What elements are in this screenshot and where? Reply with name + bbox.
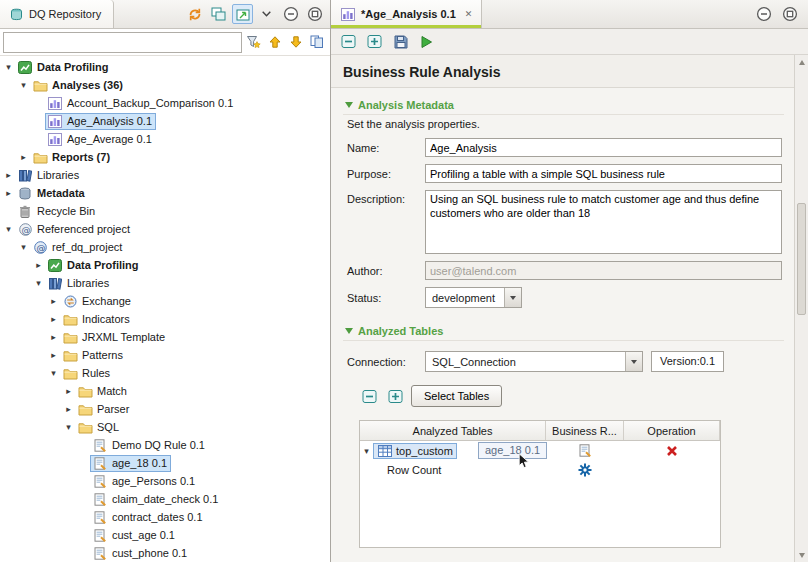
name-label: Name: [347, 142, 421, 154]
link-with-editor-icon[interactable] [232, 4, 253, 24]
expand-twistie[interactable]: ▸ [47, 350, 60, 360]
minimize-view-icon[interactable] [280, 4, 301, 24]
expand-twistie[interactable]: ▸ [47, 314, 60, 324]
collapse-twistie[interactable]: ▾ [2, 224, 15, 234]
repository-filter-input[interactable] [3, 32, 242, 53]
filter-icon[interactable] [244, 32, 264, 52]
description-field[interactable]: Using an SQL business rule to match cust… [425, 190, 782, 254]
tree-item-contract-dates-0-1[interactable]: contract_dates 0.1 [0, 508, 330, 526]
move-down-icon[interactable] [286, 32, 306, 52]
column-header-analyzed-tables[interactable]: Analyzed Tables [360, 421, 546, 440]
save-icon[interactable] [390, 32, 411, 52]
close-editor-icon[interactable]: ✕ [465, 9, 473, 19]
tree-item-age-18-0-1[interactable]: age_18 0.1 [0, 454, 330, 472]
tree-item-label: Exchange [82, 295, 131, 307]
collapse-all-icon[interactable] [208, 4, 229, 24]
collapse-twistie[interactable]: ▾ [32, 278, 45, 288]
editor-scrollbar[interactable] [794, 55, 808, 562]
tree-item-rules[interactable]: ▾Rules [0, 364, 330, 382]
expand-tables-icon[interactable] [385, 386, 406, 406]
table-row[interactable]: Row Count [360, 460, 720, 479]
column-header-operation[interactable]: Operation [624, 421, 720, 440]
tree-item-libraries[interactable]: ▾Libraries [0, 274, 330, 292]
expand-twistie[interactable]: ▸ [62, 404, 75, 414]
column-header-business-rule[interactable]: Business R... [546, 421, 624, 440]
switch-view-icon[interactable] [307, 32, 327, 52]
tree-item-reports-7[interactable]: ▸Reports (7) [0, 148, 330, 166]
collapse-twistie[interactable]: ▾ [2, 62, 15, 72]
maximize-editor-icon[interactable] [779, 4, 800, 24]
tree-item-indicators[interactable]: ▸Indicators [0, 310, 330, 328]
ref-project-icon: @ [17, 222, 33, 236]
tab-dq-repository[interactable]: DQ Repository [0, 0, 114, 28]
tree-item-cust-phone-0-1[interactable]: cust_phone 0.1 [0, 544, 330, 562]
tree-item-sql[interactable]: ▾SQL [0, 418, 330, 436]
expand-twistie[interactable]: ▸ [62, 386, 75, 396]
tree-item-match[interactable]: ▸Match [0, 382, 330, 400]
tree-item-ref-dq-project[interactable]: ▾@ref_dq_project [0, 238, 330, 256]
tree-item-cust-age-0-1[interactable]: cust_age 0.1 [0, 526, 330, 544]
collapse-tables-icon[interactable] [359, 386, 380, 406]
collapse-twistie[interactable]: ▾ [360, 446, 373, 456]
scroll-up-icon[interactable] [795, 56, 808, 68]
delete-icon[interactable] [664, 444, 680, 458]
section-title: Analysis Metadata [358, 99, 454, 111]
tree-item-patterns[interactable]: ▸Patterns [0, 346, 330, 364]
move-up-icon[interactable] [265, 32, 285, 52]
gear-icon[interactable] [577, 463, 593, 477]
tree-item-data-profiling[interactable]: ▸Data Profiling [0, 256, 330, 274]
tree-item-data-profiling[interactable]: ▾Data Profiling [0, 58, 330, 76]
collapse-sections-icon[interactable] [338, 32, 359, 52]
tab-age-analysis-editor[interactable]: *Age_Analysis 0.1 ✕ [331, 0, 482, 28]
collapse-twistie[interactable]: ▾ [62, 422, 75, 432]
analysis-metadata-section-header[interactable]: Analysis Metadata [343, 96, 784, 115]
select-tables-button[interactable]: Select Tables [411, 385, 502, 407]
description-label: Description: [347, 190, 421, 205]
tree-item-analyses-36[interactable]: ▾Analyses (36) [0, 76, 330, 94]
status-label: Status: [347, 292, 421, 304]
expand-twistie[interactable]: ▸ [32, 260, 45, 270]
collapse-twistie[interactable]: ▾ [47, 368, 60, 378]
tree-item-demo-dq-rule-0-1[interactable]: Demo DQ Rule 0.1 [0, 436, 330, 454]
tree-item-parser[interactable]: ▸Parser [0, 400, 330, 418]
status-dropdown[interactable]: development [425, 287, 522, 308]
chevron-down-icon[interactable] [625, 352, 642, 371]
tree-item-age-persons-0-1[interactable]: age_Persons 0.1 [0, 472, 330, 490]
scroll-down-icon[interactable] [795, 549, 808, 561]
minimize-editor-icon[interactable] [753, 4, 774, 24]
tree-item-box: SQL [75, 419, 123, 436]
scrollbar-thumb[interactable] [797, 203, 806, 315]
tree-item-claim-date-check-0-1[interactable]: claim_date_check 0.1 [0, 490, 330, 508]
maximize-view-icon[interactable] [304, 4, 325, 24]
collapse-twistie[interactable]: ▾ [17, 80, 30, 90]
expand-twistie[interactable]: ▸ [2, 188, 15, 198]
analyzed-tables-section-header[interactable]: Analyzed Tables [343, 322, 784, 341]
tree-item-recycle-bin[interactable]: Recycle Bin [0, 202, 330, 220]
collapse-twistie[interactable]: ▾ [17, 242, 30, 252]
tree-item-account-backup-comparison-0-1[interactable]: Account_Backup_Comparison 0.1 [0, 94, 330, 112]
name-field[interactable] [425, 138, 782, 157]
chevron-down-icon[interactable] [504, 288, 521, 307]
tree-item-libraries[interactable]: ▸Libraries [0, 166, 330, 184]
selected-table-item[interactable]: top_custom [373, 443, 457, 459]
expand-twistie[interactable]: ▸ [47, 296, 60, 306]
tree-item-label: Data Profiling [67, 259, 139, 271]
tree-item-age-analysis-0-1[interactable]: Age_Analysis 0.1 [0, 112, 330, 130]
tree-item-referenced-project[interactable]: ▾@Referenced project [0, 220, 330, 238]
expand-twistie[interactable]: ▸ [2, 170, 15, 180]
refresh-icon[interactable] [184, 4, 205, 24]
expand-twistie[interactable]: ▸ [47, 332, 60, 342]
purpose-field[interactable] [425, 164, 782, 183]
tree-item-metadata[interactable]: ▸Metadata [0, 184, 330, 202]
rule-icon [92, 510, 108, 524]
tree-item-age-average-0-1[interactable]: Age_Average 0.1 [0, 130, 330, 148]
expand-twistie[interactable]: ▸ [17, 152, 30, 162]
editor-area: *Age_Analysis 0.1 ✕ Business Rule Analys… [331, 0, 808, 562]
view-menu-icon[interactable] [256, 4, 277, 24]
expand-sections-icon[interactable] [364, 32, 385, 52]
connection-dropdown[interactable]: SQL_Connection [425, 351, 643, 372]
tree-item-exchange[interactable]: ▸Exchange [0, 292, 330, 310]
tree-item-jrxml-template[interactable]: ▸JRXML Template [0, 328, 330, 346]
run-icon[interactable] [416, 32, 437, 52]
tree-item-box: @ref_dq_project [30, 239, 126, 256]
